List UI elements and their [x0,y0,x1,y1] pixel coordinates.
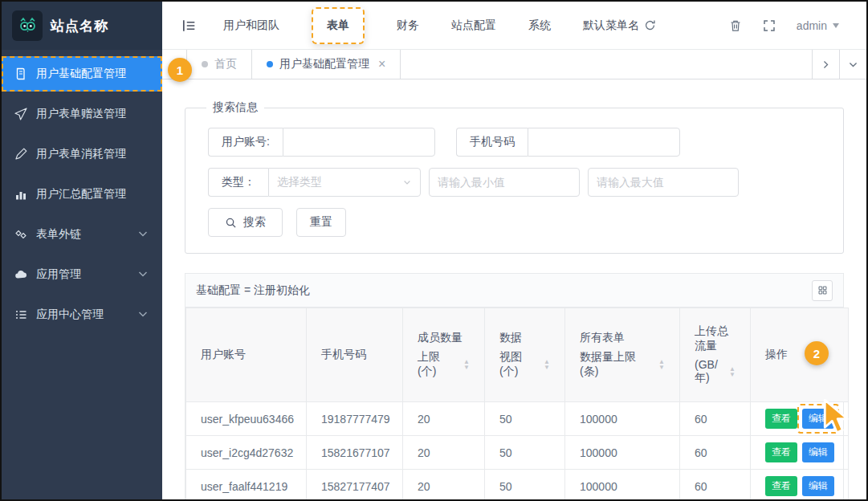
cell-phone: 19187777479 [307,402,403,436]
cell-members: 20 [403,436,485,470]
sort-icon[interactable] [463,359,470,370]
nav-item-finance[interactable]: 财务 [397,18,419,33]
caret-down-icon [833,23,839,31]
app-window: 站点名称 用户基础配置管理 用户表单赠送管理 用户表单消耗管理 用户汇总配置管理 [0,0,868,501]
sidebar-item-app-center[interactable]: 应用中心管理 [2,297,162,332]
scroll-tabs-right-icon[interactable] [812,50,839,79]
column-header-views[interactable]: 数据 视图(个) [485,308,565,402]
cell-actions: 查看 编辑 [751,436,849,470]
cell-phone: 15821677107 [307,436,403,470]
sort-icon[interactable] [658,359,665,370]
cell-account: user_kfpeuu63466 [186,402,307,436]
reset-button-label: 重置 [310,215,332,230]
sidebar-item-label: 用户基础配置管理 [36,67,126,81]
tab-user-base-config[interactable]: 用户基础配置管理 [252,50,401,79]
tab-options-chevron-icon[interactable] [839,50,866,79]
top-navbar: 用户和团队 表单 财务 站点配置 系统 默认菜单名 [162,2,866,50]
view-button[interactable]: 查看 [765,476,797,496]
table-row: user_kfpeuu63466 19187777479 20 50 10000… [186,402,849,436]
column-settings-icon[interactable] [812,280,833,301]
phone-input[interactable] [528,128,680,157]
sidebar-item-external-links[interactable]: 表单外链 [2,217,162,252]
search-row: 用户账号: 手机号码 [200,128,829,157]
type-select-placeholder: 选择类型 [277,175,322,189]
sidebar-item-label: 表单外链 [36,227,81,242]
tab-home[interactable]: 首页 [186,50,252,79]
main-area: 用户和团队 表单 财务 站点配置 系统 默认菜单名 [162,2,866,499]
tab-label: 首页 [214,57,237,71]
column-header-phone: 手机号码 [307,308,403,402]
type-select[interactable]: 选择类型 [268,168,421,197]
owl-logo-icon [12,10,43,41]
cell-account: user_i2cg4d27632 [186,436,307,470]
sidebar-item-form-gift[interactable]: 用户表单赠送管理 [2,96,162,132]
search-panel: 搜索信息 用户账号: 手机号码 类型： 选择类型 [185,100,844,254]
edit-button[interactable]: 编辑 [802,476,834,496]
view-button[interactable]: 查看 [765,442,797,462]
search-button[interactable]: 搜索 [208,208,283,237]
fullscreen-icon[interactable] [763,19,776,32]
sort-icon[interactable] [729,366,736,377]
sidebar-item-app-management[interactable]: 应用管理 [2,257,162,292]
sidebar-item-user-base-config[interactable]: 用户基础配置管理 [2,56,162,92]
table-panel-title: 基础配置 = 注册初始化 [196,283,310,298]
sidebar-item-form-consume[interactable]: 用户表单消耗管理 [2,136,162,172]
max-value-input[interactable] [588,168,739,197]
cell-traffic: 60 [680,402,751,436]
sort-icon[interactable] [544,359,550,370]
nav-item-default-menu[interactable]: 默认菜单名 [583,18,656,33]
sidebar-item-label: 用户汇总配置管理 [36,187,126,202]
reset-button[interactable]: 重置 [296,208,346,237]
pen-icon [14,148,27,161]
trash-icon[interactable] [729,19,742,32]
chevron-down-icon [137,227,149,242]
cell-quota: 100000 [565,402,680,436]
search-panel-legend: 搜索信息 [206,100,264,115]
logo-bar: 站点名称 [2,2,162,50]
config-table: 用户账号 手机号码 成员数量 上限(个) 数据 [185,308,849,499]
column-header-quota[interactable]: 所有表单 数据量上限(条) [565,308,680,402]
cell-quota: 100000 [565,436,680,470]
chevron-down-icon [402,177,412,187]
phone-label: 手机号码 [456,128,528,157]
sidebar-nav: 用户基础配置管理 用户表单赠送管理 用户表单消耗管理 用户汇总配置管理 表单外链 [2,50,162,337]
table-row: user_faalf441219 15827177407 20 50 10000… [186,470,849,500]
table-header-row: 用户账号 手机号码 成员数量 上限(个) 数据 [186,308,849,402]
nav-item-system[interactable]: 系统 [528,18,551,33]
nav-item-users-teams[interactable]: 用户和团队 [223,18,279,33]
admin-dropdown[interactable]: admin [797,19,839,32]
column-header-account: 用户账号 [186,308,307,402]
sidebar-item-summary-config[interactable]: 用户汇总配置管理 [2,177,162,212]
cloud-icon [14,268,27,281]
chevron-down-icon [137,308,149,323]
view-button[interactable]: 查看 [765,409,797,429]
cell-views: 50 [485,436,565,470]
edit-button[interactable]: 编辑 [802,442,834,462]
search-actions-row: 搜索 重置 [200,208,829,237]
cell-traffic: 60 [680,470,751,500]
step-badge-2: 2 [805,341,829,365]
refresh-icon[interactable] [644,19,656,31]
search-button-label: 搜索 [243,215,266,230]
step-badge-1: 1 [168,58,192,82]
column-header-members[interactable]: 成员数量 上限(个) [403,308,485,402]
nav-item-forms[interactable]: 表单 [312,7,365,44]
tab-controls [812,50,866,79]
search-row: 类型： 选择类型 [200,168,829,197]
nav-item-site-config[interactable]: 站点配置 [451,18,496,33]
table-panel: 基础配置 = 注册初始化 用户账号 [185,273,844,499]
sidebar: 站点名称 用户基础配置管理 用户表单赠送管理 用户表单消耗管理 用户汇总配置管理 [2,2,162,499]
tab-dot-icon [202,61,208,67]
document-icon [14,67,27,80]
cell-views: 50 [485,470,565,500]
cell-phone: 15827177407 [307,470,403,500]
navbar-right: admin [729,19,852,32]
collapse-sidebar-icon[interactable] [181,18,196,33]
account-input[interactable] [283,128,435,157]
min-value-input[interactable] [429,168,580,197]
column-header-traffic[interactable]: 上传总流量 (GB/年) [680,308,751,402]
sidebar-item-label: 用户表单消耗管理 [36,147,126,161]
table-row: user_i2cg4d27632 15821677107 20 50 10000… [186,436,849,470]
cell-traffic: 60 [680,436,751,470]
close-icon[interactable] [378,58,385,71]
